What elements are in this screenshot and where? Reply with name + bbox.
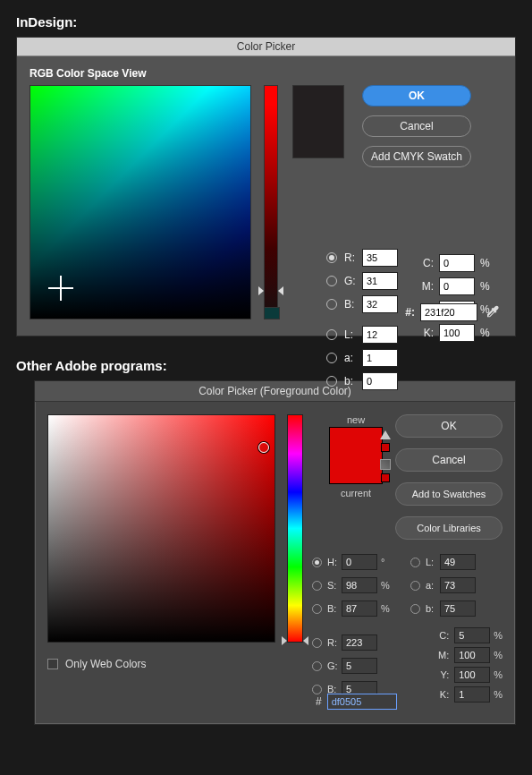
radio-r[interactable] <box>312 638 322 648</box>
websafe-warning-icon[interactable] <box>380 459 391 470</box>
label-l: L: <box>344 328 362 341</box>
radio-l[interactable] <box>326 329 337 340</box>
slider-handle-right-icon <box>303 636 308 645</box>
cancel-button[interactable]: Cancel <box>362 115 471 137</box>
input-r[interactable] <box>342 634 377 651</box>
photoshop-color-picker-panel: Color Picker (Foreground Color) new curr… <box>34 380 516 725</box>
label-c: C: <box>439 630 449 641</box>
indesign-hue-slider[interactable] <box>264 85 278 319</box>
photoshop-hue-slider[interactable] <box>287 414 303 643</box>
input-s[interactable] <box>342 577 377 593</box>
label-new: new <box>316 414 396 425</box>
radio-s[interactable] <box>312 581 322 591</box>
unit-percent: % <box>494 650 502 660</box>
input-k[interactable] <box>439 324 475 342</box>
checkbox-icon <box>47 659 58 669</box>
radio-a[interactable] <box>410 581 420 591</box>
input-l[interactable] <box>440 554 476 570</box>
add-to-swatches-button[interactable]: Add to Swatches <box>395 482 502 506</box>
crosshair-icon <box>48 276 73 301</box>
hex-input[interactable] <box>327 694 397 710</box>
preview-swatch[interactable] <box>329 427 383 484</box>
ok-button[interactable]: OK <box>395 414 502 438</box>
input-a[interactable] <box>362 349 398 367</box>
photoshop-color-field[interactable] <box>47 414 275 643</box>
label-a: a: <box>426 580 440 591</box>
radio-lab-b[interactable] <box>410 604 420 614</box>
websafe-swatch[interactable] <box>381 473 390 482</box>
radio-h[interactable] <box>312 558 322 567</box>
indesign-titlebar: Color Picker <box>17 38 515 56</box>
label-s: S: <box>327 580 342 591</box>
input-hsb-b[interactable] <box>342 600 377 617</box>
hex-label: # <box>316 695 322 708</box>
input-r[interactable] <box>362 249 398 267</box>
input-g[interactable] <box>342 658 377 674</box>
label-m: M: <box>438 650 449 660</box>
ok-button[interactable]: OK <box>362 85 471 106</box>
label-y: Y: <box>440 669 449 680</box>
label-hsb-b: B: <box>327 603 342 614</box>
slider-handle-right-icon <box>278 286 283 295</box>
radio-l[interactable] <box>410 558 420 567</box>
selection-ring-icon <box>258 442 269 453</box>
cancel-button[interactable]: Cancel <box>395 448 502 472</box>
unit-percent: % <box>381 580 390 591</box>
only-web-colors-label: Only Web Colors <box>65 658 146 670</box>
input-m[interactable] <box>439 277 475 295</box>
radio-hsb-b[interactable] <box>312 604 322 614</box>
gamut-warning-icon[interactable] <box>380 430 391 439</box>
unit-percent: % <box>480 327 490 339</box>
label-b: B: <box>344 298 362 311</box>
radio-r[interactable] <box>326 252 337 263</box>
radio-rgb-b[interactable] <box>312 685 322 694</box>
color-libraries-button[interactable]: Color Libraries <box>395 516 502 540</box>
radio-a[interactable] <box>326 353 337 363</box>
input-h[interactable] <box>342 554 377 570</box>
indesign-color-field[interactable] <box>30 85 251 319</box>
label-c: C: <box>416 257 434 269</box>
input-a[interactable] <box>440 577 476 593</box>
unit-percent: % <box>494 630 502 641</box>
radio-lab-b[interactable] <box>326 376 337 387</box>
label-g: G: <box>344 275 362 287</box>
only-web-colors-checkbox[interactable]: Only Web Colors <box>47 658 146 670</box>
label-m: M: <box>416 280 434 293</box>
eyedropper-icon[interactable] <box>485 304 501 320</box>
label-k: K: <box>440 689 449 700</box>
photoshop-titlebar: Color Picker (Foreground Color) <box>35 381 515 402</box>
add-cmyk-swatch-button[interactable]: Add CMYK Swatch <box>362 146 471 167</box>
section-heading-indesign: InDesign: <box>16 14 516 30</box>
input-y[interactable] <box>454 667 490 683</box>
input-k[interactable] <box>454 686 490 703</box>
radio-g[interactable] <box>326 276 337 286</box>
indesign-current-swatch <box>292 85 344 158</box>
indesign-subtitle: RGB Color Space View <box>30 67 502 80</box>
section-heading-other: Other Adobe programs: <box>16 358 516 373</box>
input-c[interactable] <box>454 627 490 643</box>
unit-percent: % <box>480 257 490 269</box>
hex-label: #: <box>405 306 415 319</box>
input-m[interactable] <box>454 647 490 663</box>
hue-bottom-swatch <box>264 307 280 319</box>
radio-g[interactable] <box>312 661 322 671</box>
input-g[interactable] <box>362 272 398 290</box>
slider-handle-left-icon <box>258 286 264 295</box>
unit-percent: % <box>494 669 502 680</box>
unit-percent: % <box>480 280 490 293</box>
unit-percent: % <box>494 689 502 700</box>
label-current: current <box>316 488 396 498</box>
gamut-swatch[interactable] <box>381 443 390 452</box>
label-g: G: <box>327 660 342 671</box>
hex-input[interactable] <box>420 303 477 321</box>
label-l: L: <box>426 557 440 567</box>
input-lab-b[interactable] <box>440 600 476 617</box>
label-lab-b: b: <box>426 603 440 614</box>
label-lab-b: b: <box>344 375 362 388</box>
input-l[interactable] <box>362 326 398 344</box>
input-c[interactable] <box>439 254 475 272</box>
unit-degree: ° <box>381 557 384 567</box>
radio-b[interactable] <box>326 299 337 310</box>
input-lab-b[interactable] <box>362 372 398 390</box>
input-b[interactable] <box>362 295 398 313</box>
